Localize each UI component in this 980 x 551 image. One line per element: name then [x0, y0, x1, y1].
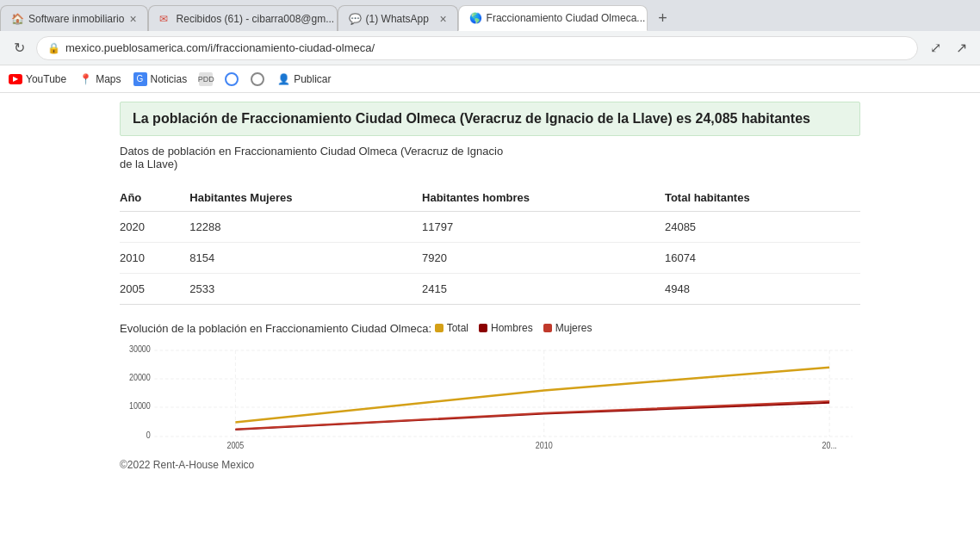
cell-mujeres-2: 2533 — [189, 274, 422, 305]
svg-text:0: 0 — [146, 430, 151, 441]
legend-dot-total — [435, 324, 443, 332]
legend-dot-hombres — [479, 324, 487, 332]
tab-favicon-gmail: ✉ — [159, 13, 171, 25]
lock-icon: 🔒 — [47, 42, 60, 54]
circle2-icon — [251, 72, 264, 86]
bookmark-youtube[interactable]: ▶ YouTube — [9, 73, 66, 85]
tab-favicon-software: 🏠 — [11, 13, 23, 25]
cell-hombres-2: 2415 — [422, 274, 665, 305]
tab-favicon-whatsapp: 💬 — [349, 13, 361, 25]
chart-svg: 30000 20000 10000 0 — [120, 342, 860, 454]
footer-text: ©2022 Rent-A-House Mexico — [120, 459, 860, 471]
bookmark-page-button[interactable]: ⤢ — [925, 38, 946, 59]
col-header-total: Total habitantes — [665, 184, 860, 212]
svg-text:2005: 2005 — [226, 441, 244, 451]
tab-label-whatsapp: (1) WhatsApp — [366, 13, 429, 25]
legend-label-mujeres: Mujeres — [555, 322, 592, 334]
table-row: 2010 8154 7920 16074 — [120, 243, 860, 274]
circle1-icon — [225, 72, 239, 86]
cell-hombres-1: 7920 — [422, 243, 665, 274]
population-title-box: La población de Fraccionamiento Ciudad O… — [120, 102, 860, 136]
url-bar[interactable]: 🔒 mexico.pueblosamerica.com/i/fraccionam… — [36, 36, 918, 60]
page-main-title: La población de Fraccionamiento Ciudad O… — [133, 111, 847, 127]
bookmark-youtube-label: YouTube — [26, 73, 66, 85]
tab-fraccionamiento[interactable]: 🌎 Fraccionamiento Ciudad Olmeca... × — [458, 5, 648, 31]
bookmark-maps[interactable]: 📍 Maps — [78, 72, 121, 86]
legend-label-hombres: Hombres — [491, 322, 533, 334]
cell-hombres-0: 11797 — [422, 212, 665, 243]
table-row: 2020 12288 11797 24085 — [120, 212, 860, 243]
legend-mujeres: Mujeres — [543, 322, 592, 334]
subtitle-line2: de la Llave) — [120, 158, 177, 170]
svg-text:30000: 30000 — [129, 344, 151, 355]
bookmark-publicar[interactable]: 👤 Publicar — [276, 72, 331, 86]
url-text: mexico.pueblosamerica.com/i/fraccionamie… — [65, 41, 375, 54]
pdd-icon: PDD — [199, 72, 213, 86]
legend-dot-mujeres — [543, 324, 552, 332]
browser-frame: 🏠 Software inmobiliario × ✉ Recibidos (6… — [0, 0, 980, 551]
chart-section: Evolución de la población en Fraccionami… — [120, 322, 860, 471]
chart-container: 30000 20000 10000 0 — [120, 342, 860, 454]
publicar-icon: 👤 — [276, 72, 290, 86]
chart-title-text: Evolución de la población en Fraccionami… — [120, 322, 431, 335]
reload-button[interactable]: ↻ — [9, 40, 29, 56]
col-header-mujeres: Habitantes Mujeres — [189, 184, 422, 212]
page-subtitle: Datos de población en Fraccionamiento Ci… — [120, 145, 860, 170]
tab-bar: 🏠 Software inmobiliario × ✉ Recibidos (6… — [0, 0, 980, 31]
bookmarks-bar: ▶ YouTube 📍 Maps G Noticias PDD 👤 Public… — [0, 65, 980, 93]
subtitle-line1: Datos de población en Fraccionamiento Ci… — [120, 145, 503, 158]
tab-label-software: Software inmobiliario — [28, 13, 124, 25]
address-bar: ↻ 🔒 mexico.pueblosamerica.com/i/fraccion… — [0, 31, 980, 65]
cell-year-1: 2010 — [120, 243, 189, 274]
cell-year-2: 2005 — [120, 274, 189, 305]
content-inner: La población de Fraccionamiento Ciudad O… — [102, 102, 878, 471]
browser-actions: ⤢ ↗ — [925, 38, 971, 59]
bookmark-publicar-label: Publicar — [294, 73, 331, 85]
tab-gmail[interactable]: ✉ Recibidos (61) - cibarra008@gm... × — [148, 5, 338, 31]
cell-total-2: 4948 — [665, 274, 860, 305]
chart-legend: Total Hombres Mujeres — [435, 322, 592, 334]
noticias-icon: G — [133, 72, 147, 86]
tab-label-gmail: Recibidos (61) - cibarra008@gm... — [177, 13, 335, 25]
tab-label-fraccionamiento: Fraccionamiento Ciudad Olmeca... — [487, 12, 646, 24]
tab-close-software[interactable]: × — [129, 12, 136, 26]
share-button[interactable]: ↗ — [951, 38, 971, 59]
cell-year-0: 2020 — [120, 212, 189, 243]
legend-label-total: Total — [447, 322, 468, 334]
population-table: Año Habitantes Mujeres Habitantes hombre… — [120, 184, 860, 305]
cell-mujeres-1: 8154 — [189, 243, 422, 274]
page-content: La población de Fraccionamiento Ciudad O… — [0, 93, 980, 551]
table-row: 2005 2533 2415 4948 — [120, 274, 860, 305]
tab-close-whatsapp[interactable]: × — [439, 12, 446, 26]
col-header-hombres: Habitantes hombres — [422, 184, 665, 212]
youtube-icon: ▶ — [9, 74, 22, 84]
cell-mujeres-0: 12288 — [189, 212, 422, 243]
bookmark-pdd[interactable]: PDD — [199, 72, 213, 86]
legend-total: Total — [435, 322, 468, 334]
bookmark-noticias[interactable]: G Noticias — [133, 72, 188, 86]
svg-text:20...: 20... — [822, 441, 836, 451]
legend-hombres: Hombres — [479, 322, 533, 334]
tab-favicon-fraccionamiento: 🌎 — [469, 12, 481, 24]
bookmark-circle1[interactable] — [225, 72, 239, 86]
chart-title: Evolución de la población en Fraccionami… — [120, 322, 860, 335]
new-tab-button[interactable]: + — [651, 6, 675, 30]
svg-text:2010: 2010 — [536, 441, 553, 451]
maps-icon: 📍 — [78, 72, 92, 86]
cell-total-0: 24085 — [665, 212, 860, 243]
tab-whatsapp[interactable]: 💬 (1) WhatsApp × — [338, 5, 458, 31]
bookmark-maps-label: Maps — [96, 73, 121, 85]
svg-text:20000: 20000 — [129, 373, 151, 383]
bookmark-noticias-label: Noticias — [151, 73, 188, 85]
col-header-year: Año — [120, 184, 189, 212]
tab-software[interactable]: 🏠 Software inmobiliario × — [0, 5, 148, 31]
cell-total-1: 16074 — [665, 243, 860, 274]
bookmark-circle2[interactable] — [251, 72, 264, 86]
svg-text:10000: 10000 — [129, 401, 151, 412]
